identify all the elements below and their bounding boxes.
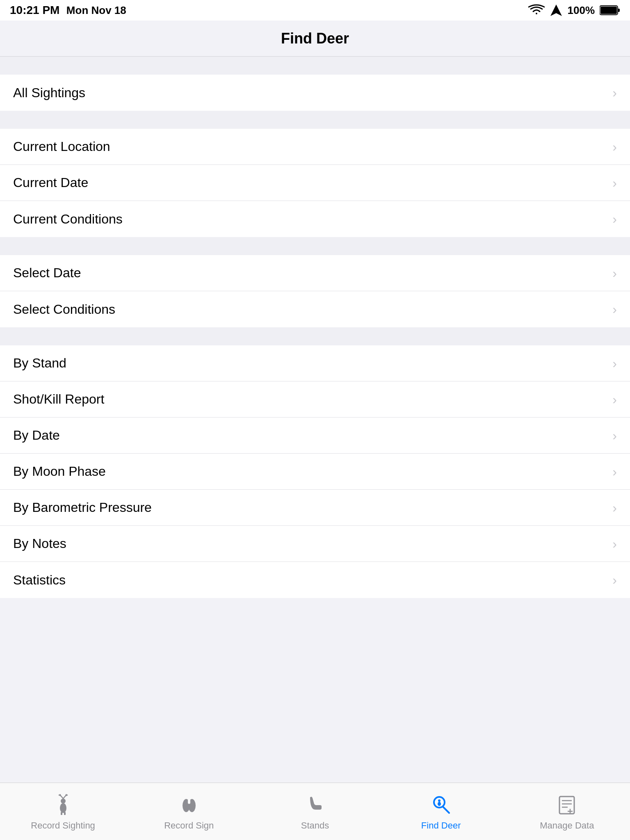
row-by-barometric-pressure[interactable]: By Barometric Pressure › [0, 490, 630, 526]
tab-stands[interactable]: Stands [274, 792, 356, 831]
chevron-current-location: › [612, 140, 617, 153]
svg-point-4 [60, 803, 66, 813]
svg-rect-2 [618, 9, 620, 12]
section-spacer-3 [0, 237, 630, 255]
section-spacer-2 [0, 111, 630, 129]
svg-line-18 [443, 807, 449, 813]
row-current-location[interactable]: Current Location › [0, 129, 630, 165]
row-label-by-moon-phase: By Moon Phase [13, 464, 106, 479]
tab-bar: Record Sighting Record Sign [0, 783, 630, 840]
row-label-statistics: Statistics [13, 573, 66, 588]
tab-manage-data[interactable]: Manage Data [526, 792, 608, 831]
status-date: Mon Nov 18 [66, 4, 126, 16]
chevron-shot-kill-report: › [612, 393, 617, 406]
find-deer-icon [429, 792, 453, 817]
row-by-notes[interactable]: By Notes › [0, 526, 630, 562]
row-by-stand[interactable]: By Stand › [0, 345, 630, 381]
record-sign-icon [177, 792, 201, 817]
battery-icon [600, 5, 620, 16]
section-3: Select Date › Select Conditions › [0, 255, 630, 327]
svg-rect-16 [188, 798, 190, 804]
row-all-sightings[interactable]: All Sightings › [0, 75, 630, 111]
battery-percentage: 100% [568, 4, 595, 17]
svg-marker-0 [550, 5, 562, 16]
chevron-current-conditions: › [612, 212, 617, 226]
chevron-select-date: › [612, 267, 617, 280]
row-select-conditions[interactable]: Select Conditions › [0, 291, 630, 327]
svg-line-9 [63, 796, 66, 799]
row-label-select-conditions: Select Conditions [13, 302, 115, 317]
tab-label-stands: Stands [301, 820, 329, 831]
row-label-by-date: By Date [13, 428, 60, 443]
tab-label-record-sighting: Record Sighting [31, 820, 95, 831]
content-area: All Sightings › Current Location › Curre… [0, 57, 630, 664]
row-label-current-location: Current Location [13, 139, 110, 154]
wifi-icon [528, 4, 545, 17]
chevron-by-date: › [612, 429, 617, 442]
chevron-by-barometric-pressure: › [612, 501, 617, 514]
svg-point-5 [61, 799, 66, 803]
chevron-by-stand: › [612, 357, 617, 370]
svg-point-20 [438, 802, 441, 806]
chevron-by-notes: › [612, 537, 617, 550]
row-current-conditions[interactable]: Current Conditions › [0, 201, 630, 237]
svg-point-19 [438, 799, 441, 802]
tab-record-sign[interactable]: Record Sign [148, 792, 230, 831]
row-by-date[interactable]: By Date › [0, 418, 630, 454]
nav-bar: Find Deer [0, 21, 630, 57]
status-indicators: 100% [528, 4, 621, 17]
row-label-select-date: Select Date [13, 265, 81, 281]
svg-rect-3 [600, 7, 617, 14]
status-time-date: 10:21 PM Mon Nov 18 [10, 4, 126, 17]
row-current-date[interactable]: Current Date › [0, 165, 630, 201]
section-spacer-4 [0, 327, 630, 345]
section-spacer-1 [0, 57, 630, 75]
tab-label-manage-data: Manage Data [540, 820, 594, 831]
status-time: 10:21 PM [10, 4, 59, 16]
section-1: All Sightings › [0, 75, 630, 111]
record-sighting-icon [51, 792, 75, 817]
nav-title: Find Deer [281, 30, 349, 47]
tab-find-deer[interactable]: Find Deer [400, 792, 482, 831]
row-label-shot-kill-report: Shot/Kill Report [13, 392, 104, 407]
row-label-by-barometric-pressure: By Barometric Pressure [13, 500, 152, 515]
chevron-by-moon-phase: › [612, 465, 617, 478]
tab-label-find-deer: Find Deer [421, 820, 461, 831]
stands-icon [303, 792, 327, 817]
chevron-all-sightings: › [612, 86, 617, 99]
svg-rect-13 [64, 812, 66, 815]
row-shot-kill-report[interactable]: Shot/Kill Report › [0, 381, 630, 418]
row-label-all-sightings: All Sightings [13, 85, 85, 100]
row-label-by-notes: By Notes [13, 536, 66, 551]
chevron-select-conditions: › [612, 303, 617, 316]
section-4: By Stand › Shot/Kill Report › By Date › … [0, 345, 630, 598]
status-bar: 10:21 PM Mon Nov 18 100% [0, 0, 630, 21]
manage-data-icon [555, 792, 579, 817]
section-2: Current Location › Current Date › Curren… [0, 129, 630, 237]
row-statistics[interactable]: Statistics › [0, 562, 630, 598]
row-select-date[interactable]: Select Date › [0, 255, 630, 291]
tab-record-sighting[interactable]: Record Sighting [22, 792, 104, 831]
row-by-moon-phase[interactable]: By Moon Phase › [0, 454, 630, 490]
row-label-current-conditions: Current Conditions [13, 212, 123, 227]
chevron-current-date: › [612, 176, 617, 189]
svg-line-6 [61, 796, 63, 799]
location-icon [550, 4, 563, 17]
tab-label-record-sign: Record Sign [164, 820, 214, 831]
chevron-statistics: › [612, 573, 617, 587]
svg-rect-12 [61, 812, 62, 815]
row-label-current-date: Current Date [13, 175, 88, 190]
row-label-by-stand: By Stand [13, 356, 66, 371]
